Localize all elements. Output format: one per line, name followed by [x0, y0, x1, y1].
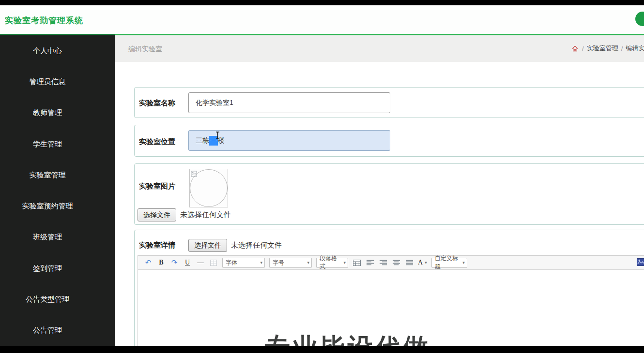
insert-image-icon[interactable] [637, 258, 644, 268]
lab-name-input[interactable]: 化学实验室1 [188, 92, 390, 113]
redo-icon[interactable]: ↷ [170, 258, 179, 267]
justify-icon[interactable] [405, 258, 414, 267]
main-content: 编辑实验室 / 实验室管理 / 编辑实验室 实验室名称 [115, 35, 644, 346]
font-color-button[interactable]: A▾ [418, 258, 427, 267]
breadcrumb-item-lab-mgmt[interactable]: 实验室管理 [587, 44, 618, 53]
rich-text-editor: ↶ B ↷ U — 字体▾ [138, 255, 644, 346]
sidebar-item-class-mgmt[interactable]: 班级管理 [0, 222, 95, 253]
sidebar-item-notice-type-mgmt[interactable]: 公告类型管理 [0, 284, 95, 315]
field-panel-lab-image: 实验室图片 选择文件 未选择任何文件 [134, 163, 644, 225]
lab-image-preview [189, 169, 228, 207]
lab-image-label: 实验室图片 [139, 182, 175, 191]
sidebar-item-admin-info[interactable]: 管理员信息 [0, 66, 95, 97]
lab-location-value-before: 三栋 [196, 136, 209, 145]
editor-content-area[interactable]: 专业毕设代做 [138, 270, 644, 346]
lab-detail-file-status: 未选择任何文件 [231, 241, 282, 250]
watermark-text: 专业毕设代做 [265, 331, 430, 346]
breadcrumb-item-edit-lab: 编辑实验室 [626, 44, 644, 53]
lab-image-choose-file-button[interactable]: 选择文件 [138, 208, 176, 221]
sidebar-item-lab-mgmt[interactable]: 实验室管理 [0, 160, 95, 191]
sidebar-item-teacher-mgmt[interactable]: 教师管理 [0, 98, 95, 129]
sidebar-item-checkin-mgmt[interactable]: 签到管理 [0, 253, 95, 284]
field-panel-lab-name: 实验室名称 化学实验室1 [134, 87, 644, 118]
lab-detail-choose-file-button[interactable]: 选择文件 [188, 239, 227, 252]
sidebar-item-lab-reservation-mgmt[interactable]: 实验室预约管理 [0, 191, 95, 221]
text-cursor-icon [215, 132, 220, 141]
lab-image-file-status: 未选择任何文件 [180, 210, 231, 220]
align-right-icon[interactable] [379, 258, 387, 267]
user-avatar[interactable] [635, 12, 644, 26]
broken-image-icon [191, 170, 197, 179]
undo-icon[interactable]: ↶ [144, 258, 153, 267]
underline-button[interactable]: U [183, 258, 192, 267]
custom-title-select[interactable]: 自定义标题▾ [431, 258, 467, 268]
sidebar-item-personal-center[interactable]: 个人中心 [0, 35, 95, 66]
font-size-select[interactable]: 字号▾ [269, 258, 312, 268]
lab-name-value: 化学实验室1 [196, 99, 233, 107]
grid-icon[interactable] [209, 258, 218, 267]
app-header: 实验室考勤管理系统 [0, 5, 644, 35]
page-title: 编辑实验室 [128, 45, 162, 54]
field-panel-lab-location: 实验室位置 三栋一楼 [134, 125, 644, 157]
breadcrumb-separator: / [582, 45, 584, 52]
align-left-icon[interactable] [366, 258, 374, 267]
horizontal-rule-icon[interactable]: — [196, 258, 205, 267]
breadcrumb-bar: 编辑实验室 / 实验室管理 / 编辑实验室 [115, 35, 644, 62]
field-panel-lab-detail: 实验室详情 选择文件 未选择任何文件 ↶ B ↷ U — [134, 230, 644, 346]
sidebar-item-student-mgmt[interactable]: 学生管理 [0, 129, 95, 160]
browser-viewport: 实验室考勤管理系统 个人中心 管理员信息 教师管理 学生管理 实验室管理 实验室… [0, 5, 644, 346]
breadcrumb-separator: / [621, 45, 623, 52]
align-center-icon[interactable] [392, 258, 400, 267]
table-icon[interactable] [353, 258, 361, 267]
breadcrumb: / 实验室管理 / 编辑实验室 [570, 44, 644, 53]
editor-toolbar: ↶ B ↷ U — 字体▾ [138, 256, 644, 270]
sidebar-nav: 个人中心 管理员信息 教师管理 学生管理 实验室管理 实验室预约管理 班级管理 … [0, 35, 115, 346]
sidebar-item-notice-mgmt[interactable]: 公告管理 [0, 315, 95, 346]
lab-location-label: 实验室位置 [139, 137, 175, 147]
bold-button[interactable]: B [157, 258, 166, 267]
paragraph-format-select[interactable]: 段落格式▾ [316, 258, 348, 268]
font-family-select[interactable]: 字体▾ [222, 258, 265, 268]
home-icon[interactable] [570, 44, 579, 53]
lab-detail-label: 实验室详情 [139, 241, 175, 250]
screen: 实验室考勤管理系统 个人中心 管理员信息 教师管理 学生管理 实验室管理 实验室… [0, 0, 644, 353]
edit-lab-form: 实验室名称 化学实验室1 实验室位置 三栋一楼 [115, 62, 644, 346]
lab-name-label: 实验室名称 [139, 99, 175, 108]
app-title: 实验室考勤管理系统 [5, 15, 83, 26]
header-accent-line [0, 34, 115, 35]
